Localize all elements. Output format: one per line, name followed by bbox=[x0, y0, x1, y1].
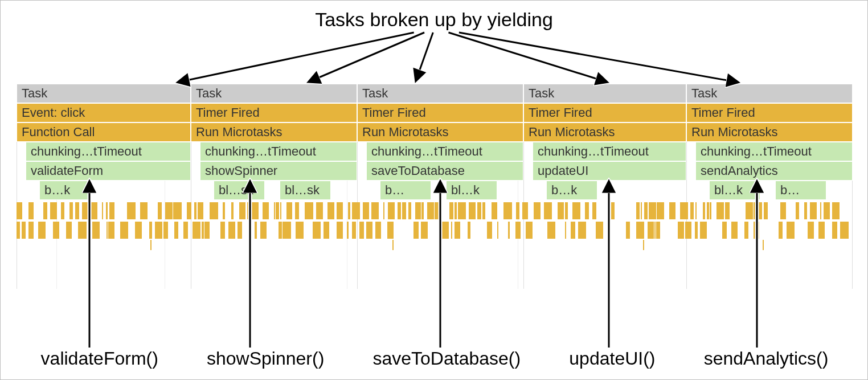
flame-cell: Timer Fired bbox=[357, 103, 523, 122]
flame-cell: Timer Fired bbox=[191, 103, 357, 122]
flame-cell: Event: click bbox=[17, 103, 191, 122]
flame-cell: saveToDatabase bbox=[366, 161, 523, 181]
diagram-title: Tasks broken up by yielding bbox=[315, 9, 553, 31]
flame-cell: updateUI bbox=[533, 161, 686, 181]
block-chip: b… bbox=[380, 181, 431, 200]
flame-chart: TaskTaskTaskTaskTask Event: clickTimer F… bbox=[17, 84, 853, 254]
block-chip: b… bbox=[775, 181, 826, 200]
row-task: TaskTaskTaskTaskTask bbox=[17, 84, 853, 103]
flame-cell: Task bbox=[191, 84, 357, 103]
flame-cell: chunking…tTimeout bbox=[366, 142, 523, 161]
bottom-label: validateForm() bbox=[41, 348, 158, 369]
flame-cell: Run Microtasks bbox=[357, 122, 523, 142]
microbars bbox=[17, 202, 853, 254]
block-chip: bl…k bbox=[709, 181, 760, 200]
block-chip: bl…k bbox=[446, 181, 497, 200]
flame-cell: sendAnalytics bbox=[695, 161, 853, 181]
row-fn: validateFormshowSpinnersaveToDatabaseupd… bbox=[17, 161, 853, 181]
flame-cell: validateForm bbox=[26, 161, 191, 181]
flame-cell: Timer Fired bbox=[686, 103, 853, 122]
bottom-label: updateUI() bbox=[569, 348, 655, 369]
block-chip: bl…sk bbox=[214, 181, 265, 200]
row-chunk: chunking…tTimeoutchunking…tTimeoutchunki… bbox=[17, 142, 853, 161]
flame-cell: Task bbox=[17, 84, 191, 103]
block-chip: bl…sk bbox=[280, 181, 331, 200]
flame-cell: showSpinner bbox=[200, 161, 357, 181]
block-chip: b…k bbox=[39, 181, 91, 200]
flame-cell: Task bbox=[686, 84, 853, 103]
flame-cell: chunking…tTimeout bbox=[695, 142, 853, 161]
bottom-labels: validateForm()showSpinner()saveToDatabas… bbox=[17, 348, 853, 369]
flame-cell: Run Microtasks bbox=[686, 122, 853, 142]
block-chip: b…k bbox=[546, 181, 597, 200]
flame-cell: Timer Fired bbox=[523, 103, 686, 122]
flame-cell: Task bbox=[523, 84, 686, 103]
flame-cell: chunking…tTimeout bbox=[26, 142, 191, 161]
row-call: Function CallRun MicrotasksRun Microtask… bbox=[17, 122, 853, 142]
flame-cell: chunking…tTimeout bbox=[200, 142, 357, 161]
flame-cell: Task bbox=[357, 84, 523, 103]
bottom-label: sendAnalytics() bbox=[704, 348, 829, 369]
flame-cell: Function Call bbox=[17, 122, 191, 142]
bottom-label: saveToDatabase() bbox=[372, 348, 521, 369]
flame-cell: chunking…tTimeout bbox=[533, 142, 686, 161]
row-event: Event: clickTimer FiredTimer FiredTimer … bbox=[17, 103, 853, 122]
bottom-label: showSpinner() bbox=[207, 348, 324, 369]
flame-cell: Run Microtasks bbox=[191, 122, 357, 142]
row-blocks: b…kbl…skbl…skb…bl…kb…kbl…kb… bbox=[17, 181, 853, 200]
flame-cell: Run Microtasks bbox=[523, 122, 686, 142]
